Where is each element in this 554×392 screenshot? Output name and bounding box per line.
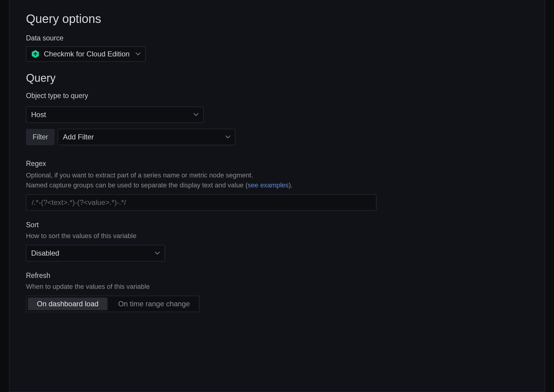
data-source-label: Data source: [26, 34, 528, 42]
regex-input[interactable]: [26, 194, 376, 211]
regex-label: Regex: [26, 160, 528, 168]
sort-description: How to sort the values of this variable: [26, 231, 358, 241]
object-type-label: Object type to query: [26, 92, 528, 100]
add-filter-text: Add Filter: [63, 133, 94, 141]
query-options-panel: Query options Data source Checkmk for Cl…: [9, 0, 545, 392]
chevron-down-icon: [136, 53, 140, 56]
refresh-on-dashboard-load[interactable]: On dashboard load: [28, 298, 108, 310]
object-type-select[interactable]: Host: [26, 107, 204, 123]
sort-value: Disabled: [31, 249, 59, 257]
refresh-on-time-range-change[interactable]: On time range change: [109, 296, 199, 312]
filter-label: Filter: [26, 129, 55, 145]
object-type-field: Object type to query Host: [26, 92, 528, 123]
sort-label: Sort: [26, 221, 528, 229]
object-type-value: Host: [31, 110, 46, 119]
data-source-select[interactable]: Checkmk for Cloud Edition: [26, 46, 146, 62]
chevron-down-icon: [155, 252, 160, 255]
regex-description: Optional, if you want to extract part of…: [26, 170, 358, 190]
refresh-label: Refresh: [26, 272, 528, 280]
regex-desc-line1: Optional, if you want to extract part of…: [26, 171, 253, 179]
filter-row: Filter Add Filter: [26, 129, 528, 145]
section-title: Query options: [26, 12, 528, 26]
regex-field: Regex Optional, if you want to extract p…: [26, 160, 528, 211]
refresh-description: When to update the values of this variab…: [26, 282, 358, 292]
checkmk-icon: [31, 50, 40, 58]
regex-desc-line2-post: ).: [289, 181, 293, 189]
refresh-toggle: On dashboard load On time range change: [26, 296, 199, 312]
chevron-down-icon: [225, 135, 230, 139]
query-heading: Query: [26, 72, 528, 84]
add-filter-select[interactable]: Add Filter: [58, 129, 235, 145]
sort-field: Sort How to sort the values of this vari…: [26, 221, 528, 261]
data-source-value: Checkmk for Cloud Edition: [44, 50, 130, 58]
sort-select[interactable]: Disabled: [26, 245, 165, 261]
regex-desc-line2-pre: Named capture groups can be used to sepa…: [26, 181, 248, 189]
chevron-down-icon: [194, 113, 198, 116]
refresh-field: Refresh When to update the values of thi…: [26, 272, 528, 312]
data-source-field: Data source Checkmk for Cloud Edition: [26, 34, 528, 62]
see-examples-link[interactable]: see examples: [248, 181, 289, 189]
